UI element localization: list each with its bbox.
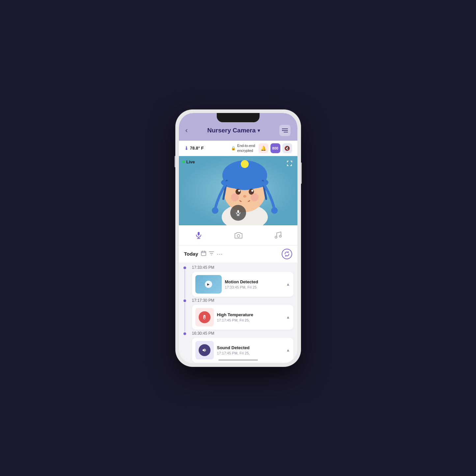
resolution-badge: 800 [270, 143, 280, 153]
phone-frame: ‹ Nursery Camera ▾ 🌡 [176, 110, 301, 367]
play-button-1[interactable]: ▶ [205, 281, 212, 288]
event-info-3: Sound Detected 17:17:45 PM, Fri 25, [217, 345, 283, 355]
today-label: Today [184, 251, 198, 257]
live-label: Live [186, 159, 195, 164]
svg-point-20 [231, 193, 239, 201]
mute-badge[interactable]: 🔇 [282, 143, 292, 153]
temperature-event-icon [195, 308, 214, 326]
settings-button[interactable] [279, 125, 291, 136]
camera-control-button[interactable] [228, 230, 249, 240]
svg-point-18 [251, 190, 253, 192]
camera-view: Live [179, 156, 297, 225]
sound-event-icon [195, 341, 214, 359]
svg-rect-37 [204, 316, 205, 318]
more-options-icon[interactable]: ⋯ [217, 250, 223, 258]
status-icons: 🔔 800 🔇 [259, 143, 292, 153]
soundwave-event-icon [199, 344, 210, 356]
svg-rect-23 [237, 210, 239, 213]
svg-point-14 [271, 207, 278, 214]
expand-icon-3[interactable]: ▲ [286, 348, 290, 352]
svg-point-17 [238, 190, 240, 192]
lock-icon: 🔒 [231, 146, 236, 151]
page-title: Nursery Camera [207, 127, 256, 134]
expand-icon-2[interactable]: ▲ [286, 315, 290, 320]
svg-rect-32 [201, 251, 206, 256]
status-bar: 🌡 78.8° F 🔒 End-to-endencrypted 🔔 800 🔇 [179, 141, 297, 156]
event-time-1: 17:33:45 PM [192, 265, 297, 270]
event-title-1: Motion Detected [225, 279, 283, 284]
svg-rect-26 [198, 232, 200, 236]
header-title-container: Nursery Camera ▾ [207, 127, 260, 134]
svg-point-30 [275, 236, 277, 238]
temperature-display: 🌡 78.8° F [184, 146, 204, 151]
event-title-3: Sound Detected [217, 345, 283, 350]
encrypted-label: End-to-endencrypted [237, 143, 255, 153]
svg-point-36 [204, 318, 205, 319]
notch [217, 113, 260, 122]
event-subtitle-3: 17:17:45 PM, Fri 25, [217, 351, 283, 355]
camera-icon [234, 231, 243, 239]
event-time-2: 17:17:30 PM [192, 298, 297, 303]
timeline-line-2 [184, 303, 185, 333]
back-button[interactable]: ‹ [185, 126, 188, 135]
events-list: 17:33:45 PM ▶ Motion Detected 17:33:45 P… [179, 263, 297, 363]
event-time-3: 16:30:45 PM [192, 331, 297, 336]
filter-icon[interactable] [209, 251, 214, 257]
microphone-overlay-icon [235, 210, 241, 216]
event-info-1: Motion Detected 17:33:45 PM, Fri 25 [225, 279, 283, 289]
event-title-2: High Temperature [217, 312, 283, 317]
music-icon [274, 231, 282, 239]
expand-icon-1[interactable]: ▲ [286, 282, 290, 287]
svg-point-21 [251, 193, 259, 201]
event-info-2: High Temperature 17:17:45 PM, Fri 25, [217, 312, 283, 322]
timeline-dot-1 [183, 266, 187, 270]
sync-button[interactable] [282, 249, 292, 259]
svg-point-9 [221, 176, 268, 189]
thermometer-icon: 🌡 [184, 146, 189, 151]
event-card-1[interactable]: ▶ Motion Detected 17:33:45 PM, Fri 25 ▲ [192, 272, 294, 297]
event-subtitle-2: 17:17:45 PM, Fri 25, [217, 318, 283, 322]
live-badge: Live [182, 159, 195, 164]
svg-point-29 [237, 235, 240, 237]
temperature-value: 78.8° F [190, 146, 204, 151]
event-subtitle-1: 17:33:45 PM, Fri 25 [225, 285, 283, 289]
timeline-header: Today ⋯ [179, 245, 297, 263]
timeline-line-1 [184, 270, 185, 300]
screen: ‹ Nursery Camera ▾ 🌡 [179, 113, 297, 363]
chevron-down-icon[interactable]: ▾ [258, 128, 260, 133]
svg-point-19 [243, 195, 246, 198]
svg-point-31 [279, 235, 281, 237]
controls-row [179, 225, 297, 245]
encryption-status: 🔒 End-to-endencrypted [231, 143, 255, 153]
alarm-badge[interactable]: 🔔 [259, 143, 268, 153]
event-group-1: 17:33:45 PM ▶ Motion Detected 17:33:45 P… [179, 265, 297, 297]
settings-icon [282, 128, 288, 133]
event-group-2: 17:17:30 PM Hig [179, 298, 297, 330]
fullscreen-button[interactable] [285, 159, 294, 168]
mic-overlay-button[interactable] [230, 205, 246, 221]
svg-point-13 [212, 207, 218, 214]
phone-inner: ‹ Nursery Camera ▾ 🌡 [179, 113, 297, 363]
svg-point-10 [241, 160, 249, 168]
calendar-icon[interactable] [201, 251, 206, 257]
live-dot [182, 160, 185, 163]
home-indicator [218, 359, 258, 361]
event-thumbnail-1: ▶ [195, 275, 222, 294]
microphone-icon [195, 231, 203, 239]
event-card-2[interactable]: High Temperature 17:17:45 PM, Fri 25, ▲ [192, 305, 294, 330]
fullscreen-icon [287, 160, 293, 166]
event-group-3: 16:30:45 PM Sound Detected [179, 331, 297, 363]
svg-point-3 [282, 130, 283, 131]
event-card-3[interactable]: Sound Detected 17:17:45 PM, Fri 25, ▲ [192, 338, 294, 363]
timeline-dot-2 [183, 299, 187, 303]
thermometer-event-icon [199, 311, 210, 323]
timeline-dot-3 [183, 332, 187, 336]
music-control-button[interactable] [268, 230, 288, 240]
mic-control-button[interactable] [188, 230, 209, 240]
